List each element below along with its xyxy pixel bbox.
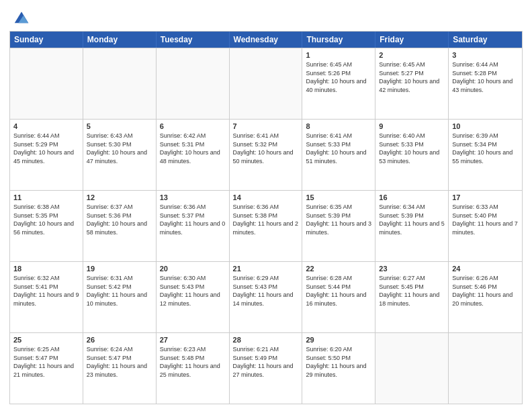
cal-cell: [375, 333, 449, 404]
cal-cell: 13Sunrise: 6:36 AMSunset: 5:37 PMDayligh…: [157, 191, 230, 261]
cal-cell: 29Sunrise: 6:20 AMSunset: 5:50 PMDayligh…: [302, 333, 375, 404]
day-number: 16: [379, 193, 445, 201]
cal-cell: 14Sunrise: 6:36 AMSunset: 5:38 PMDayligh…: [230, 191, 303, 261]
sun-info: Sunrise: 6:36 AMSunset: 5:37 PMDaylight:…: [160, 203, 226, 236]
sun-info: Sunrise: 6:40 AMSunset: 5:33 PMDaylight:…: [379, 132, 445, 165]
day-number: 6: [160, 122, 226, 130]
day-number: 13: [160, 193, 226, 201]
sun-info: Sunrise: 6:25 AMSunset: 5:47 PMDaylight:…: [13, 345, 79, 379]
cal-cell: 10Sunrise: 6:39 AMSunset: 5:34 PMDayligh…: [449, 120, 522, 190]
cal-cell: 22Sunrise: 6:28 AMSunset: 5:44 PMDayligh…: [302, 262, 375, 332]
sun-info: Sunrise: 6:36 AMSunset: 5:38 PMDaylight:…: [233, 203, 299, 236]
sun-info: Sunrise: 6:38 AMSunset: 5:35 PMDaylight:…: [13, 203, 79, 236]
cal-cell: 19Sunrise: 6:31 AMSunset: 5:42 PMDayligh…: [83, 262, 157, 332]
day-number: 7: [233, 122, 299, 130]
cal-cell: 11Sunrise: 6:38 AMSunset: 5:35 PMDayligh…: [10, 191, 83, 261]
day-number: 12: [87, 193, 152, 201]
sun-info: Sunrise: 6:28 AMSunset: 5:44 PMDaylight:…: [306, 274, 371, 308]
cal-week-1: 1Sunrise: 6:45 AMSunset: 5:26 PMDaylight…: [10, 48, 522, 119]
day-number: 22: [306, 265, 371, 273]
cal-cell: [230, 48, 303, 119]
day-number: 4: [13, 122, 79, 130]
sun-info: Sunrise: 6:21 AMSunset: 5:49 PMDaylight:…: [233, 345, 299, 379]
sun-info: Sunrise: 6:30 AMSunset: 5:43 PMDaylight:…: [160, 274, 226, 308]
calendar: SundayMondayTuesdayWednesdayThursdayFrid…: [9, 31, 523, 404]
cal-cell: 5Sunrise: 6:43 AMSunset: 5:30 PMDaylight…: [83, 120, 157, 190]
cal-cell: 6Sunrise: 6:42 AMSunset: 5:31 PMDaylight…: [157, 120, 230, 190]
day-number: 3: [452, 51, 519, 59]
cal-cell: 8Sunrise: 6:41 AMSunset: 5:33 PMDaylight…: [302, 120, 375, 190]
cal-header-monday: Monday: [83, 32, 157, 48]
day-number: 15: [306, 193, 371, 201]
cal-header-friday: Friday: [375, 32, 449, 48]
day-number: 26: [87, 336, 152, 344]
day-number: 2: [379, 51, 445, 59]
cal-cell: 12Sunrise: 6:37 AMSunset: 5:36 PMDayligh…: [83, 191, 157, 261]
cal-header-thursday: Thursday: [302, 32, 375, 48]
day-number: 18: [13, 265, 79, 273]
cal-week-4: 18Sunrise: 6:32 AMSunset: 5:41 PMDayligh…: [10, 261, 522, 332]
day-number: 21: [233, 265, 299, 273]
day-number: 24: [452, 265, 519, 273]
sun-info: Sunrise: 6:26 AMSunset: 5:46 PMDaylight:…: [452, 274, 519, 308]
cal-week-2: 4Sunrise: 6:44 AMSunset: 5:29 PMDaylight…: [10, 119, 522, 190]
sun-info: Sunrise: 6:34 AMSunset: 5:39 PMDaylight:…: [379, 203, 445, 236]
cal-cell: 27Sunrise: 6:23 AMSunset: 5:48 PMDayligh…: [157, 333, 230, 404]
cal-cell: 1Sunrise: 6:45 AMSunset: 5:26 PMDaylight…: [302, 48, 375, 119]
day-number: 20: [160, 265, 226, 273]
day-number: 10: [452, 122, 519, 130]
sun-info: Sunrise: 6:42 AMSunset: 5:31 PMDaylight:…: [160, 132, 226, 165]
cal-cell: 26Sunrise: 6:24 AMSunset: 5:47 PMDayligh…: [83, 333, 157, 404]
cal-cell: [83, 48, 157, 119]
cal-cell: 9Sunrise: 6:40 AMSunset: 5:33 PMDaylight…: [375, 120, 449, 190]
cal-cell: 24Sunrise: 6:26 AMSunset: 5:46 PMDayligh…: [449, 262, 522, 332]
cal-cell: 20Sunrise: 6:30 AMSunset: 5:43 PMDayligh…: [157, 262, 230, 332]
sun-info: Sunrise: 6:27 AMSunset: 5:45 PMDaylight:…: [379, 274, 445, 308]
sun-info: Sunrise: 6:24 AMSunset: 5:47 PMDaylight:…: [87, 345, 152, 379]
cal-cell: 4Sunrise: 6:44 AMSunset: 5:29 PMDaylight…: [10, 120, 83, 190]
cal-cell: [449, 333, 522, 404]
sun-info: Sunrise: 6:44 AMSunset: 5:28 PMDaylight:…: [452, 60, 519, 94]
sun-info: Sunrise: 6:43 AMSunset: 5:30 PMDaylight:…: [87, 132, 152, 165]
cal-header-saturday: Saturday: [449, 32, 522, 48]
day-number: 29: [306, 336, 371, 344]
cal-cell: 2Sunrise: 6:45 AMSunset: 5:27 PMDaylight…: [375, 48, 449, 119]
day-number: 1: [306, 51, 371, 59]
sun-info: Sunrise: 6:44 AMSunset: 5:29 PMDaylight:…: [13, 132, 79, 165]
day-number: 28: [233, 336, 299, 344]
day-number: 9: [379, 122, 445, 130]
sun-info: Sunrise: 6:29 AMSunset: 5:43 PMDaylight:…: [233, 274, 299, 308]
day-number: 5: [87, 122, 152, 130]
sun-info: Sunrise: 6:20 AMSunset: 5:50 PMDaylight:…: [306, 345, 371, 379]
cal-cell: 18Sunrise: 6:32 AMSunset: 5:41 PMDayligh…: [10, 262, 83, 332]
cal-cell: 3Sunrise: 6:44 AMSunset: 5:28 PMDaylight…: [449, 48, 522, 119]
sun-info: Sunrise: 6:33 AMSunset: 5:40 PMDaylight:…: [452, 203, 519, 236]
cal-cell: [10, 48, 83, 119]
sun-info: Sunrise: 6:45 AMSunset: 5:27 PMDaylight:…: [379, 60, 445, 94]
cal-cell: 15Sunrise: 6:35 AMSunset: 5:39 PMDayligh…: [302, 191, 375, 261]
cal-cell: 28Sunrise: 6:21 AMSunset: 5:49 PMDayligh…: [230, 333, 303, 404]
cal-header-tuesday: Tuesday: [157, 32, 230, 48]
sun-info: Sunrise: 6:23 AMSunset: 5:48 PMDaylight:…: [160, 345, 226, 379]
sun-info: Sunrise: 6:37 AMSunset: 5:36 PMDaylight:…: [87, 203, 152, 236]
sun-info: Sunrise: 6:45 AMSunset: 5:26 PMDaylight:…: [306, 60, 371, 94]
calendar-body: 1Sunrise: 6:45 AMSunset: 5:26 PMDaylight…: [10, 48, 522, 404]
sun-info: Sunrise: 6:41 AMSunset: 5:32 PMDaylight:…: [233, 132, 299, 165]
day-number: 11: [13, 193, 79, 201]
sun-info: Sunrise: 6:41 AMSunset: 5:33 PMDaylight:…: [306, 132, 371, 165]
day-number: 19: [87, 265, 152, 273]
cal-header-wednesday: Wednesday: [230, 32, 303, 48]
cal-cell: 16Sunrise: 6:34 AMSunset: 5:39 PMDayligh…: [375, 191, 449, 261]
cal-cell: 25Sunrise: 6:25 AMSunset: 5:47 PMDayligh…: [10, 333, 83, 404]
sun-info: Sunrise: 6:39 AMSunset: 5:34 PMDaylight:…: [452, 132, 519, 165]
calendar-header-row: SundayMondayTuesdayWednesdayThursdayFrid…: [10, 32, 522, 48]
cal-cell: 17Sunrise: 6:33 AMSunset: 5:40 PMDayligh…: [449, 191, 522, 261]
day-number: 8: [306, 122, 371, 130]
day-number: 27: [160, 336, 226, 344]
logo-icon: [12, 7, 31, 26]
day-number: 23: [379, 265, 445, 273]
sun-info: Sunrise: 6:35 AMSunset: 5:39 PMDaylight:…: [306, 203, 371, 236]
cal-week-5: 25Sunrise: 6:25 AMSunset: 5:47 PMDayligh…: [10, 332, 522, 404]
logo: [9, 7, 31, 26]
page: SundayMondayTuesdayWednesdayThursdayFrid…: [0, 0, 532, 411]
